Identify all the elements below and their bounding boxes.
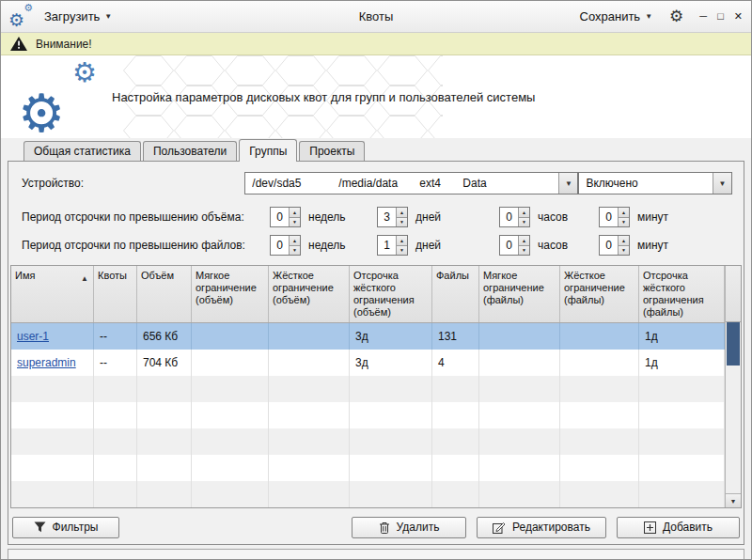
spinbox[interactable]: 0▲▼ [270, 235, 301, 256]
column-header[interactable]: Отсрочка жёсткого ограничения (файлы) [639, 266, 725, 322]
spin-up-button[interactable]: ▲ [397, 208, 407, 218]
spinbox[interactable]: 3▲▼ [377, 207, 408, 227]
column-header[interactable]: Жёсткое ограничение (объём) [269, 266, 350, 322]
table-row[interactable] [11, 376, 725, 402]
spin-value[interactable]: 0 [271, 236, 289, 255]
resize-grip[interactable] [729, 556, 743, 560]
tab[interactable]: Проекты [299, 141, 365, 161]
spinbox[interactable]: 0▲▼ [499, 235, 530, 256]
gear-icon: ⚙ [18, 87, 65, 138]
grace-rows: Период отсрочки по превышению объёма:0▲▼… [10, 201, 742, 261]
column-header[interactable]: Отсрочка жёсткого ограничения (объём) [350, 266, 432, 322]
cell [269, 376, 350, 402]
tab-bar: Общая статистикаПользователиГруппыПроект… [1, 138, 751, 161]
cell: 4 [432, 350, 479, 376]
action-bar: Фильтры Удалить [12, 516, 740, 538]
window-controls: ─ □ ✕ [698, 9, 744, 23]
spin-down-button[interactable]: ▼ [397, 246, 407, 256]
table-row[interactable] [11, 402, 725, 428]
column-header[interactable]: Жёсткое ограничение (файлы) [560, 266, 639, 322]
device-combobox[interactable]: /dev/sda5/media/dataext4Data ▼ [244, 172, 578, 194]
scrollbar-track[interactable]: ▼ [726, 322, 741, 507]
spin-value[interactable]: 0 [600, 236, 618, 255]
cell [432, 428, 479, 455]
scrollbar-thumb[interactable] [727, 322, 740, 366]
save-menu-button[interactable]: Сохранить ▼ [574, 6, 659, 27]
save-label: Сохранить [580, 9, 641, 23]
spin-value[interactable]: 1 [378, 236, 396, 255]
column-header[interactable]: Объём [137, 266, 192, 322]
tab[interactable]: Общая статистика [24, 141, 141, 161]
column-header[interactable]: Мягкое ограничение (файлы) [479, 266, 560, 322]
device-part: ext4 [419, 177, 462, 190]
spin-down-button[interactable]: ▼ [519, 218, 529, 227]
cell [11, 402, 94, 428]
grace-field: 0▲▼минут [599, 207, 668, 227]
spinbox[interactable]: 0▲▼ [599, 207, 630, 227]
add-button[interactable]: Добавить [617, 517, 740, 538]
grace-unit-label: недель [308, 210, 346, 224]
tab[interactable]: Группы [239, 139, 297, 162]
spin-value[interactable]: 3 [378, 208, 396, 226]
combo-dropdown-button[interactable]: ▼ [713, 173, 731, 194]
cell [639, 428, 725, 455]
table-row[interactable] [11, 455, 725, 481]
column-header-label: Квоты [98, 270, 127, 281]
spin-down-button[interactable]: ▼ [619, 218, 629, 227]
filters-button[interactable]: Фильтры [12, 517, 119, 538]
column-header-label: Мягкое ограничение (объём) [196, 270, 257, 305]
cell [479, 376, 560, 402]
column-header-label: Объём [141, 270, 174, 281]
column-header[interactable]: Файлы [432, 266, 479, 322]
table-row[interactable]: superadmin--704 Кб3д41д [11, 350, 725, 376]
table-row[interactable] [11, 428, 725, 455]
scroll-down-button[interactable]: ▼ [726, 493, 741, 507]
table-row[interactable] [11, 481, 725, 507]
spin-down-button[interactable]: ▼ [290, 218, 300, 227]
column-header[interactable]: Имя▲ [11, 266, 94, 322]
column-header[interactable]: Мягкое ограничение (объём) [192, 266, 269, 322]
cell [479, 402, 560, 428]
delete-button[interactable]: Удалить [352, 517, 466, 538]
spinbox[interactable]: 0▲▼ [270, 207, 301, 227]
chevron-down-icon: ▼ [730, 498, 737, 505]
spin-value[interactable]: 0 [500, 236, 518, 255]
name-link[interactable]: user-1 [17, 330, 49, 343]
spin-down-button[interactable]: ▼ [290, 246, 300, 256]
gear-icon: ⚙ [8, 11, 24, 29]
spin-value[interactable]: 0 [600, 208, 618, 226]
close-button[interactable]: ✕ [733, 9, 744, 23]
spin-up-button[interactable]: ▲ [290, 236, 300, 246]
spin-value[interactable]: 0 [500, 208, 518, 226]
spinbox[interactable]: 0▲▼ [599, 235, 630, 256]
spinbox[interactable]: 1▲▼ [377, 235, 408, 256]
quota-state-combobox[interactable]: Включено ▼ [578, 172, 732, 194]
spin-up-button[interactable]: ▲ [290, 208, 300, 218]
quota-state-value: Включено [586, 177, 637, 190]
spin-up-button[interactable]: ▲ [397, 236, 407, 246]
spin-up-button[interactable]: ▲ [619, 208, 629, 218]
edit-button[interactable]: Редактировать [477, 517, 606, 538]
cell [192, 376, 269, 402]
column-header[interactable]: Квоты [94, 266, 137, 322]
settings-gear-icon[interactable]: ⚙ [667, 8, 685, 24]
vertical-scrollbar[interactable]: ▼ [725, 266, 741, 507]
spin-up-button[interactable]: ▲ [519, 208, 529, 218]
spin-down-button[interactable]: ▼ [397, 218, 407, 227]
maximize-button[interactable]: □ [716, 9, 725, 23]
spinbox[interactable]: 0▲▼ [499, 207, 530, 227]
table-row[interactable]: user-1--656 Кб3д1311д [11, 323, 725, 350]
minimize-button[interactable]: ─ [698, 9, 708, 23]
spin-up-button[interactable]: ▲ [519, 236, 529, 246]
combo-dropdown-button[interactable]: ▼ [558, 173, 577, 194]
tab[interactable]: Пользователи [143, 141, 237, 161]
spin-value[interactable]: 0 [271, 208, 289, 226]
spin-down-button[interactable]: ▼ [619, 246, 629, 256]
spin-up-button[interactable]: ▲ [619, 236, 629, 246]
banner: ⚙ ⚙ Настройка параметров дисковых квот д… [1, 55, 751, 138]
spin-down-button[interactable]: ▼ [519, 246, 529, 256]
name-link[interactable]: superadmin [17, 356, 76, 369]
load-menu-button[interactable]: Загрузить ▼ [39, 6, 118, 27]
spin-buttons: ▲▼ [396, 208, 407, 226]
device-part: /dev/sda5 [252, 177, 338, 190]
